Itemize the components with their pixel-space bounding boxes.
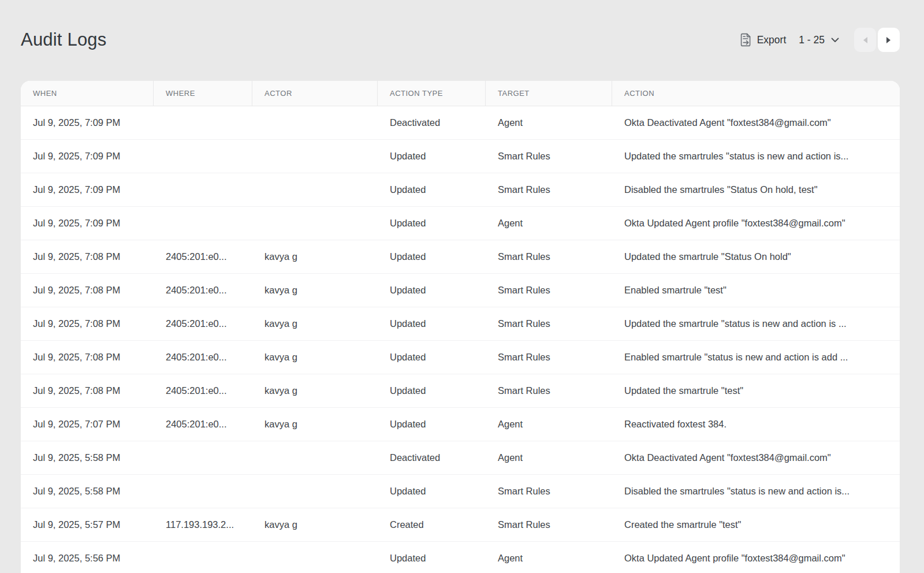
cell-actor [252, 207, 378, 240]
cell-when: Jul 9, 2025, 7:09 PM [21, 207, 154, 240]
cell-when: Jul 9, 2025, 7:08 PM [21, 274, 154, 307]
table-row: Jul 9, 2025, 7:08 PM2405:201:e0...kavya … [21, 307, 900, 341]
cell-action-type: Deactivated [378, 441, 486, 474]
cell-action: Updated the smartrule "status is new and… [612, 307, 900, 340]
column-header-when: WHEN [21, 81, 154, 106]
page-range-dropdown[interactable]: 1 - 25 [799, 34, 839, 46]
cell-action: Enabled smartrule "status is new and act… [612, 341, 900, 374]
cell-where [154, 173, 252, 206]
cell-where [154, 542, 252, 573]
table-row: Jul 9, 2025, 5:58 PMUpdatedSmart RulesDi… [21, 475, 900, 508]
cell-where [154, 441, 252, 474]
page-range-label: 1 - 25 [799, 34, 825, 46]
cell-when: Jul 9, 2025, 7:08 PM [21, 240, 154, 273]
table-row: Jul 9, 2025, 7:08 PM2405:201:e0...kavya … [21, 341, 900, 374]
table-row: Jul 9, 2025, 5:56 PMUpdatedAgentOkta Upd… [21, 542, 900, 573]
pagination [854, 28, 900, 52]
cell-action: Updated the smartrule "test" [612, 374, 900, 407]
column-header-actor: ACTOR [252, 81, 378, 106]
chevron-left-icon [862, 36, 868, 44]
cell-action: Updated the smartrules "status is new an… [612, 140, 900, 173]
table-row: Jul 9, 2025, 7:08 PM2405:201:e0...kavya … [21, 374, 900, 408]
cell-target: Smart Rules [486, 508, 612, 541]
table-row: Jul 9, 2025, 7:08 PM2405:201:e0...kavya … [21, 240, 900, 274]
cell-when: Jul 9, 2025, 7:08 PM [21, 374, 154, 407]
cell-target: Smart Rules [486, 341, 612, 374]
cell-actor: kavya g [252, 408, 378, 441]
cell-action-type: Updated [378, 207, 486, 240]
cell-actor [252, 441, 378, 474]
cell-when: Jul 9, 2025, 5:58 PM [21, 441, 154, 474]
cell-where: 2405:201:e0... [154, 374, 252, 407]
cell-action-type: Updated [378, 240, 486, 273]
next-page-button[interactable] [878, 28, 900, 52]
cell-action-type: Updated [378, 173, 486, 206]
topbar: Audit Logs Export 1 - 25 [21, 24, 900, 55]
cell-where [154, 207, 252, 240]
cell-action-type: Updated [378, 307, 486, 340]
cell-when: Jul 9, 2025, 5:56 PM [21, 542, 154, 573]
cell-where [154, 106, 252, 139]
header-controls: Export 1 - 25 [740, 28, 900, 52]
cell-when: Jul 9, 2025, 7:08 PM [21, 341, 154, 374]
export-button[interactable]: Export [740, 33, 787, 47]
cell-actor: kavya g [252, 240, 378, 273]
cell-action: Reactivated foxtest 384. [612, 408, 900, 441]
cell-when: Jul 9, 2025, 5:58 PM [21, 475, 154, 508]
cell-where: 2405:201:e0... [154, 341, 252, 374]
column-header-target: TARGET [486, 81, 612, 106]
cell-action: Disabled the smartrules "Status On hold,… [612, 173, 900, 206]
cell-where: 2405:201:e0... [154, 274, 252, 307]
cell-where: 2405:201:e0... [154, 408, 252, 441]
cell-actor [252, 173, 378, 206]
cell-actor [252, 542, 378, 573]
cell-when: Jul 9, 2025, 7:09 PM [21, 106, 154, 139]
cell-action-type: Updated [378, 341, 486, 374]
cell-where: 2405:201:e0... [154, 240, 252, 273]
table-row: Jul 9, 2025, 7:08 PM2405:201:e0...kavya … [21, 274, 900, 307]
cell-target: Smart Rules [486, 140, 612, 173]
table-body: Jul 9, 2025, 7:09 PMDeactivatedAgentOkta… [21, 106, 900, 573]
cell-when: Jul 9, 2025, 5:57 PM [21, 508, 154, 541]
cell-action-type: Updated [378, 542, 486, 573]
cell-action: Okta Deactivated Agent "foxtest384@gmail… [612, 106, 900, 139]
chevron-down-icon [831, 38, 839, 43]
cell-when: Jul 9, 2025, 7:07 PM [21, 408, 154, 441]
cell-target: Agent [486, 408, 612, 441]
cell-action-type: Deactivated [378, 106, 486, 139]
cell-action: Okta Updated Agent profile "foxtest384@g… [612, 542, 900, 573]
cell-action-type: Updated [378, 374, 486, 407]
cell-actor [252, 140, 378, 173]
table-row: Jul 9, 2025, 7:09 PMDeactivatedAgentOkta… [21, 106, 900, 140]
cell-target: Smart Rules [486, 274, 612, 307]
table-row: Jul 9, 2025, 7:09 PMUpdatedSmart RulesDi… [21, 173, 900, 207]
table-row: Jul 9, 2025, 7:09 PMUpdatedAgentOkta Upd… [21, 207, 900, 240]
cell-where: 2405:201:e0... [154, 307, 252, 340]
cell-actor [252, 106, 378, 139]
cell-target: Smart Rules [486, 374, 612, 407]
cell-action-type: Updated [378, 408, 486, 441]
prev-page-button[interactable] [854, 28, 876, 52]
column-header-action: ACTION [612, 81, 900, 106]
cell-action-type: Created [378, 508, 486, 541]
page-title: Audit Logs [21, 29, 107, 50]
cell-actor: kavya g [252, 341, 378, 374]
cell-target: Smart Rules [486, 240, 612, 273]
cell-when: Jul 9, 2025, 7:08 PM [21, 307, 154, 340]
table-row: Jul 9, 2025, 5:58 PMDeactivatedAgentOkta… [21, 441, 900, 475]
column-header-action-type: ACTION TYPE [378, 81, 486, 106]
cell-where [154, 140, 252, 173]
audit-logs-table: WHENWHEREACTORACTION TYPETARGETACTION Ju… [21, 81, 900, 573]
cell-actor: kavya g [252, 307, 378, 340]
cell-action-type: Updated [378, 140, 486, 173]
export-label: Export [757, 34, 787, 46]
table-row: Jul 9, 2025, 7:07 PM2405:201:e0...kavya … [21, 408, 900, 441]
cell-action-type: Updated [378, 475, 486, 508]
cell-target: Smart Rules [486, 475, 612, 508]
cell-actor [252, 475, 378, 508]
cell-target: Agent [486, 106, 612, 139]
cell-actor: kavya g [252, 508, 378, 541]
column-header-where: WHERE [154, 81, 252, 106]
export-icon [740, 33, 752, 47]
table-header-row: WHENWHEREACTORACTION TYPETARGETACTION [21, 81, 900, 106]
